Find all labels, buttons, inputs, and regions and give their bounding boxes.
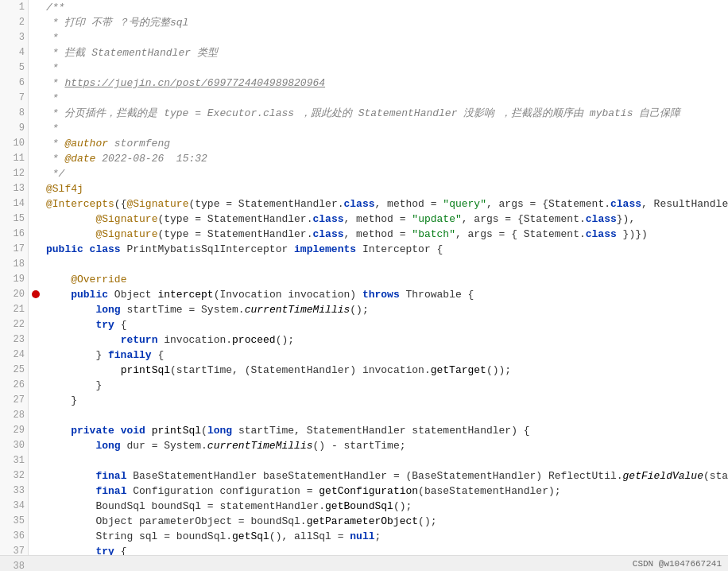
- code-line: *: [46, 121, 728, 136]
- code-line: final BaseStatementHandler baseStatement…: [46, 468, 728, 484]
- code-line: String sql = boundSql.getSql(), allSql =…: [46, 529, 728, 544]
- code-line: try {: [46, 317, 728, 332]
- code-line: @Intercepts({@Signature(type = Statement…: [46, 196, 728, 212]
- code-editor: 1234567891011121314151617181920212223242…: [0, 0, 728, 571]
- code-line: Object parameterObject = boundSql.getPar…: [46, 514, 728, 529]
- code-line: printSql(startTime, (StatementHandler) i…: [46, 363, 728, 378]
- code-line: * 拦截 StatementHandler 类型: [46, 45, 728, 60]
- code-line: @Slf4j: [46, 181, 728, 196]
- code-line: * @author stormfeng: [46, 136, 728, 151]
- watermark: CSDN @w1047667241: [633, 559, 722, 569]
- code-line: final Configuration configuration = getC…: [46, 484, 728, 499]
- code-line: * 分页插件，拦截的是 type = Executor.class ，跟此处的 …: [46, 106, 728, 121]
- code-line: * @date 2022-08-26 15:32: [46, 151, 728, 166]
- bottom-bar: CSDN @w1047667241: [0, 555, 728, 571]
- code-line: /**: [46, 0, 728, 15]
- code-line: @Override: [46, 272, 728, 287]
- code-line: [46, 453, 728, 468]
- code-line: public class PrintMybatisSqlInterceptor …: [46, 242, 728, 257]
- code-line: *: [46, 60, 728, 76]
- code-line: BoundSql boundSql = statementHandler.get…: [46, 499, 728, 514]
- code-lines[interactable]: /** * 打印 不带 ？号的完整sql * * 拦截 StatementHan…: [43, 0, 728, 555]
- code-line: *: [46, 30, 728, 45]
- code-line: [46, 257, 728, 272]
- code-line: } finally {: [46, 348, 728, 363]
- code-line: }: [46, 393, 728, 408]
- code-line: @Signature(type = StatementHandler.class…: [46, 227, 728, 242]
- code-line: long dur = System.currentTimeMillis() - …: [46, 438, 728, 453]
- code-line: return invocation.proceed();: [46, 332, 728, 348]
- code-line: * https://juejin.cn/post/699772440498982…: [46, 76, 728, 91]
- code-line: * 打印 不带 ？号的完整sql: [46, 15, 728, 30]
- gutter: [29, 0, 43, 555]
- code-area: 1234567891011121314151617181920212223242…: [0, 0, 728, 555]
- code-line: [46, 408, 728, 423]
- line-numbers: 1234567891011121314151617181920212223242…: [0, 0, 29, 555]
- code-line: long startTime = System.currentTimeMilli…: [46, 302, 728, 317]
- code-line: *: [46, 91, 728, 106]
- code-line: */: [46, 166, 728, 181]
- code-line: @Signature(type = StatementHandler.class…: [46, 212, 728, 227]
- code-line: private void printSql(long startTime, St…: [46, 423, 728, 438]
- code-line: }: [46, 378, 728, 393]
- code-line: try {: [46, 544, 728, 555]
- code-line: public Object intercept(Invocation invoc…: [46, 287, 728, 302]
